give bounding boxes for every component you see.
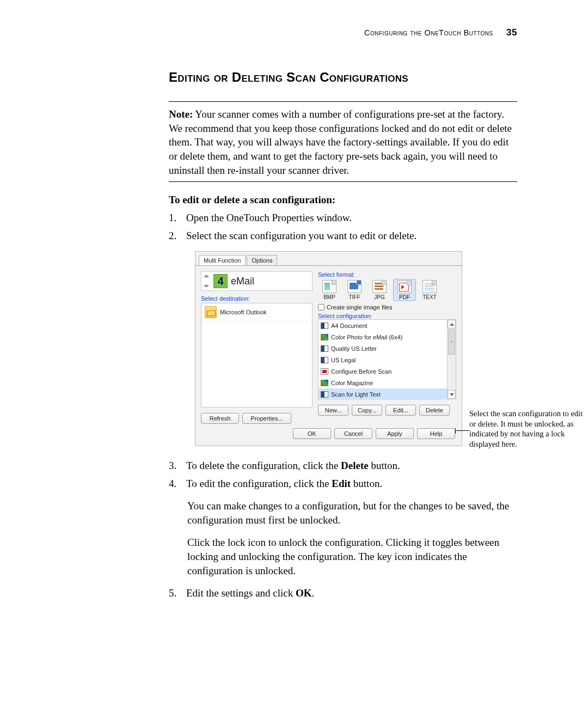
- steps-list-bottom: 3. To delete the configuration, click th…: [169, 458, 517, 491]
- scroll-down-button[interactable]: [448, 390, 456, 399]
- pdf-icon: [397, 281, 412, 293]
- config-item[interactable]: Color Photo for eMail (6x4): [318, 331, 456, 343]
- step-text-pre: To edit the configuration, click the: [186, 478, 332, 489]
- bmp-icon: [322, 280, 336, 293]
- destination-item-label: Microsoft Outlook: [220, 309, 267, 315]
- config-item[interactable]: A4 Document: [318, 320, 456, 331]
- onetouch-dialog-wrap: Multi Function Options 4 eMail Select de…: [195, 251, 517, 446]
- step-text-post: .: [312, 587, 315, 599]
- select-configuration-label: Select configuration:: [318, 313, 456, 319]
- step-text-bold: Edit: [332, 478, 351, 489]
- new-button[interactable]: New...: [318, 405, 348, 416]
- step-5: 5. Edit the settings and click OK.: [169, 586, 517, 601]
- running-head: Configuring the OneTouch Buttons 35: [169, 27, 517, 38]
- note-paragraph: Note: Your scanner comes with a number o…: [169, 107, 517, 177]
- config-item-label: Configure Before Scan: [331, 368, 391, 375]
- page-number: 35: [506, 27, 517, 38]
- config-item[interactable]: Color Magazine: [318, 377, 456, 388]
- steps-list-top: 1. Open the OneTouch Properties window. …: [169, 210, 517, 244]
- format-text[interactable]: TEXT: [418, 279, 441, 301]
- step-text-bold: OK: [296, 587, 312, 599]
- tab-multi-function[interactable]: Multi Function: [199, 255, 246, 265]
- body-paragraph-1: You can make changes to a configuration,…: [187, 499, 517, 527]
- edit-button[interactable]: Edit...: [385, 405, 416, 416]
- jpg-icon: [372, 280, 387, 293]
- refresh-button[interactable]: Refresh: [201, 413, 239, 424]
- ok-button[interactable]: OK: [293, 428, 331, 439]
- dialog-tabs: Multi Function Options: [195, 252, 462, 265]
- delete-button[interactable]: Delete: [419, 405, 450, 416]
- config-item-label: Quality US Letter: [331, 345, 377, 352]
- step-2: 2. Select the scan configuration you wan…: [169, 228, 517, 244]
- section-heading: Editing or Deleting Scan Configurations: [169, 70, 517, 85]
- format-label: TIFF: [348, 294, 360, 300]
- config-item-label: Color Magazine: [331, 380, 373, 386]
- step-text: Open the OneTouch Properties window.: [186, 210, 517, 226]
- color-doc-icon: [321, 334, 328, 340]
- body-paragraph-2: Click the lock icon to unlock the config…: [187, 535, 517, 579]
- format-label: JPG: [374, 294, 384, 300]
- color-doc-icon: [321, 380, 328, 386]
- apply-button[interactable]: Apply: [376, 428, 414, 439]
- help-button[interactable]: Help: [417, 428, 455, 439]
- config-scrollbar[interactable]: [447, 320, 456, 399]
- step-3: 3. To delete the configuration, click th…: [169, 458, 517, 474]
- running-head-text: Configuring the OneTouch Buttons: [364, 28, 493, 37]
- function-spinner[interactable]: [204, 275, 210, 288]
- single-image-checkbox-row: Create single image files: [318, 304, 456, 311]
- rule-top: [169, 101, 517, 102]
- config-item-label: Scan for Light Text: [331, 391, 381, 398]
- bw-doc-icon: [321, 345, 328, 352]
- step-number: 5.: [169, 586, 179, 601]
- step-number: 3.: [169, 458, 179, 474]
- spinner-up-icon[interactable]: [204, 275, 209, 277]
- format-label: PDF: [399, 294, 410, 300]
- dialog-right-column: Select format: BMP TIFF: [318, 271, 456, 424]
- cancel-button[interactable]: Cancel: [334, 428, 372, 439]
- outlook-icon: [205, 306, 217, 318]
- select-format-label: Select format:: [318, 271, 456, 278]
- bw-doc-icon: [321, 357, 328, 363]
- format-label: BMP: [323, 294, 335, 300]
- copy-button[interactable]: Copy...: [352, 405, 382, 416]
- destination-list[interactable]: Microsoft Outlook: [201, 303, 313, 407]
- format-bmp[interactable]: BMP: [318, 279, 341, 301]
- config-item-selected[interactable]: Scan for Light Text: [318, 388, 456, 400]
- config-item[interactable]: Configure Before Scan: [318, 366, 456, 377]
- properties-button[interactable]: Properties...: [242, 413, 291, 424]
- step-number: 2.: [169, 228, 179, 244]
- step-text: Select the scan configuration you want t…: [186, 228, 517, 244]
- scroll-thumb[interactable]: [448, 330, 455, 355]
- steps-list-5: 5. Edit the settings and click OK.: [169, 586, 517, 601]
- callout-leader: [456, 430, 469, 431]
- format-tiff[interactable]: TIFF: [343, 279, 366, 301]
- destination-item-outlook[interactable]: Microsoft Outlook: [201, 303, 312, 321]
- step-text: To delete the configuration, click the D…: [186, 458, 517, 474]
- format-label: TEXT: [422, 294, 437, 300]
- scroll-up-button[interactable]: [448, 320, 456, 328]
- tab-options[interactable]: Options: [247, 255, 277, 265]
- onetouch-dialog: Multi Function Options 4 eMail Select de…: [195, 251, 462, 446]
- config-item-label: A4 Document: [331, 322, 367, 329]
- step-text-pre: To delete the configuration, click the: [186, 460, 341, 471]
- single-image-checkbox-label: Create single image files: [327, 304, 392, 311]
- dialog-left-column: 4 eMail Select destination: Microsoft Ou…: [201, 271, 313, 424]
- step-1: 1. Open the OneTouch Properties window.: [169, 210, 517, 226]
- single-image-checkbox[interactable]: [318, 304, 324, 311]
- left-button-row: Refresh Properties...: [201, 413, 313, 424]
- format-jpg[interactable]: JPG: [368, 279, 391, 301]
- step-text-post: button.: [369, 460, 400, 471]
- configuration-list[interactable]: A4 Document Color Photo for eMail (6x4) …: [318, 319, 456, 399]
- step-text-bold: Delete: [341, 460, 369, 471]
- text-icon: [422, 280, 437, 293]
- bw-doc-icon: [321, 322, 328, 329]
- note-label: Note:: [169, 108, 193, 120]
- config-item-label: US Legal: [331, 357, 356, 363]
- tiff-icon: [347, 280, 362, 293]
- config-item[interactable]: US Legal: [318, 354, 456, 366]
- format-pdf[interactable]: PDF: [393, 279, 416, 301]
- spinner-down-icon[interactable]: [204, 285, 209, 288]
- config-item-label: Color Photo for eMail (6x4): [331, 334, 402, 340]
- note-body: Your scanner comes with a number of conf…: [169, 108, 512, 176]
- config-item[interactable]: Quality US Letter: [318, 343, 456, 354]
